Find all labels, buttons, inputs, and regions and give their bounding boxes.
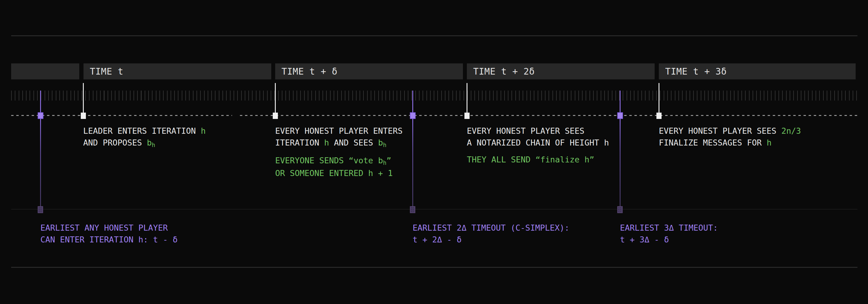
header-box-4: TIME t + 3δ bbox=[659, 63, 856, 79]
white-marker-line-time-t-2d bbox=[467, 83, 467, 117]
muted-timeout-marker-earliest-3delta bbox=[617, 206, 623, 213]
text-run: AND SEES bbox=[329, 138, 378, 147]
text-run: FINALIZE MESSAGES FOR bbox=[659, 138, 767, 147]
muted-timeout-marker-earliest-enter-h bbox=[38, 206, 43, 213]
text-run: ” bbox=[386, 156, 391, 165]
annotation-block-0: LEADER ENTERS ITERATION hAND PROPOSES bh bbox=[83, 125, 206, 149]
text-run: b bbox=[378, 138, 383, 147]
annotation-line: EVERYONE SENDS “vote bh” bbox=[275, 155, 403, 167]
dashed-baseline-0 bbox=[11, 115, 232, 116]
subscript-run: h bbox=[383, 159, 386, 166]
white-marker-time-t bbox=[81, 113, 86, 119]
annotation-block-2: EVERY HONEST PLAYER SEESA NOTARIZED CHAI… bbox=[467, 125, 609, 165]
text-run: h bbox=[767, 138, 772, 147]
annotation-line: AND PROPOSES bh bbox=[83, 137, 206, 149]
purple-timeout-line-earliest-enter-h bbox=[40, 90, 41, 210]
timeline-ruler bbox=[11, 90, 857, 101]
text-run: EVERY HONEST PLAYER SEES bbox=[467, 126, 584, 136]
text-run: LEADER ENTERS ITERATION bbox=[83, 126, 201, 136]
purple-marker-earliest-3delta bbox=[617, 112, 623, 119]
timeout-note-line: EARLIEST ANY HONEST PLAYER bbox=[40, 222, 178, 234]
text-run: 2n/3 bbox=[781, 126, 801, 136]
header-box-2: TIME t + δ bbox=[275, 63, 463, 79]
timeout-note-2: EARLIEST 3Δ TIMEOUT:t + 3Δ - δ bbox=[620, 222, 718, 245]
muted-timeout-marker-earliest-2delta bbox=[410, 206, 415, 213]
timeout-note-line: t + 2Δ - δ bbox=[412, 234, 569, 245]
purple-timeout-line-earliest-2delta bbox=[412, 90, 413, 210]
bottom-divider bbox=[11, 267, 858, 268]
timeout-note-line: EARLIEST 2Δ TIMEOUT (C-SIMPLEX): bbox=[412, 222, 569, 234]
dashed-baseline-1 bbox=[240, 115, 858, 116]
subscript-run: h bbox=[152, 142, 155, 148]
purple-marker-earliest-2delta bbox=[410, 112, 415, 119]
text-run: b bbox=[378, 156, 383, 165]
white-marker-time-t-1d bbox=[273, 113, 278, 119]
text-run: EVERYONE SENDS “vote bbox=[275, 156, 378, 165]
timeout-footer-line bbox=[11, 209, 858, 210]
timeout-note-line: t + 3Δ - δ bbox=[620, 234, 718, 245]
white-marker-time-t-2d bbox=[464, 113, 470, 119]
white-marker-time-t-3d bbox=[656, 113, 661, 119]
subscript-run: h bbox=[383, 142, 386, 148]
timeline-diagram: TIME tTIME t + δTIME t + 2δTIME t + 3δ L… bbox=[0, 0, 868, 304]
annotation-line: ITERATION h AND SEES bh bbox=[275, 137, 403, 149]
timeout-note-line: CAN ENTER ITERATION h: t - δ bbox=[40, 234, 178, 245]
header-box-3: TIME t + 2δ bbox=[467, 63, 655, 79]
white-marker-line-time-t bbox=[83, 83, 84, 117]
header-box-1: TIME t bbox=[84, 63, 271, 79]
text-run: EVERY HONEST PLAYER ENTERS bbox=[275, 126, 403, 136]
annotation-line: EVERY HONEST PLAYER SEES bbox=[467, 125, 609, 137]
text-run: h bbox=[324, 138, 329, 147]
annotation-line: THEY ALL SEND “finalize h” bbox=[467, 154, 609, 165]
annotation-block-1: EVERY HONEST PLAYER ENTERSITERATION h AN… bbox=[275, 125, 403, 179]
header-label: TIME t bbox=[90, 66, 123, 77]
purple-marker-earliest-enter-h bbox=[38, 112, 43, 119]
text-run: h bbox=[201, 126, 206, 136]
timeout-note-0: EARLIEST ANY HONEST PLAYERCAN ENTER ITER… bbox=[40, 222, 178, 245]
header-label: TIME t + 2δ bbox=[473, 66, 535, 77]
annotation-line: A NOTARIZED CHAIN OF HEIGHT h bbox=[467, 137, 609, 148]
white-marker-line-time-t-3d bbox=[658, 83, 659, 117]
text-run: b bbox=[147, 138, 152, 147]
header-box-0 bbox=[11, 63, 79, 79]
text-run: THEY ALL SEND “finalize h” bbox=[467, 155, 594, 164]
purple-timeout-line-earliest-3delta bbox=[620, 90, 621, 210]
timeout-note-1: EARLIEST 2Δ TIMEOUT (C-SIMPLEX):t + 2Δ -… bbox=[412, 222, 569, 245]
annotation-line: FINALIZE MESSAGES FOR h bbox=[659, 137, 801, 148]
timeout-note-line: EARLIEST 3Δ TIMEOUT: bbox=[620, 222, 718, 234]
white-marker-line-time-t-1d bbox=[275, 83, 276, 117]
header-label: TIME t + 3δ bbox=[665, 66, 727, 77]
text-run: ITERATION bbox=[275, 138, 324, 147]
annotation-line: EVERY HONEST PLAYER SEES 2n/3 bbox=[659, 125, 801, 137]
top-divider bbox=[11, 35, 858, 36]
text-run: OR SOMEONE ENTERED h + 1 bbox=[275, 168, 393, 178]
annotation-line: LEADER ENTERS ITERATION h bbox=[83, 125, 206, 137]
annotation-block-3: EVERY HONEST PLAYER SEES 2n/3FINALIZE ME… bbox=[659, 125, 801, 148]
text-run: A NOTARIZED CHAIN OF HEIGHT h bbox=[467, 138, 609, 147]
header-label: TIME t + δ bbox=[281, 66, 338, 77]
annotation-line: EVERY HONEST PLAYER ENTERS bbox=[275, 125, 403, 137]
annotation-line: OR SOMEONE ENTERED h + 1 bbox=[275, 167, 403, 179]
text-run: EVERY HONEST PLAYER SEES bbox=[659, 126, 781, 136]
text-run: AND PROPOSES bbox=[83, 138, 147, 147]
